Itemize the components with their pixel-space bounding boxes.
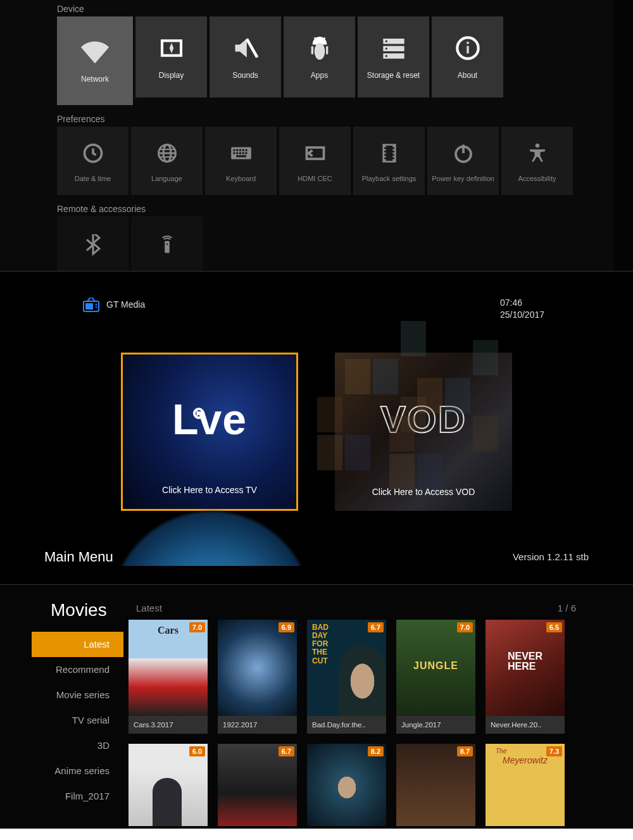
power-icon bbox=[449, 139, 477, 167]
settings-panel: Device Network Display Sounds Apps bbox=[0, 0, 633, 271]
svg-rect-29 bbox=[239, 152, 241, 154]
android-icon bbox=[306, 34, 334, 62]
hdmi-icon bbox=[301, 139, 329, 167]
time-text: 07:46 bbox=[500, 297, 544, 309]
tile-storage[interactable]: Storage & reset bbox=[358, 16, 429, 97]
svg-rect-23 bbox=[236, 149, 238, 151]
svg-point-11 bbox=[385, 55, 387, 57]
tile-label: Sounds bbox=[232, 71, 258, 80]
svg-point-53 bbox=[96, 306, 97, 308]
sidebar-item-3d[interactable]: 3D bbox=[32, 733, 123, 758]
tile-network[interactable]: Network bbox=[57, 16, 133, 105]
svg-rect-14 bbox=[467, 42, 468, 44]
svg-point-9 bbox=[385, 41, 387, 42]
sidebar-item-film-2017[interactable]: Film_2017 bbox=[32, 784, 123, 809]
rating-badge: 6.7 bbox=[279, 746, 294, 756]
tile-label: Storage & reset bbox=[367, 71, 420, 80]
svg-rect-39 bbox=[383, 159, 385, 161]
sidebar-item-tv-serial[interactable]: TV serial bbox=[32, 708, 123, 733]
poster-item[interactable]: 6.0 bbox=[128, 744, 208, 826]
globe-icon bbox=[153, 139, 181, 167]
rating-badge: 7.0 bbox=[457, 622, 473, 632]
poster-title: Bad.Day.for.the.. bbox=[307, 716, 386, 734]
svg-rect-43 bbox=[392, 156, 395, 158]
clock-icon bbox=[79, 139, 107, 167]
svg-rect-48 bbox=[165, 241, 170, 253]
media-header: GT Media 07:46 25/10/2017 bbox=[44, 297, 589, 321]
storage-icon bbox=[380, 34, 408, 62]
tile-label: HDMI CEC bbox=[298, 175, 332, 182]
tile-label: Accessibility bbox=[518, 175, 556, 182]
sidebar-item-latest[interactable]: Latest bbox=[32, 632, 123, 657]
tile-label: Language bbox=[151, 175, 182, 182]
poster-item[interactable]: 8.7 bbox=[396, 744, 475, 826]
preferences-section-label: Preferences bbox=[57, 114, 633, 124]
movies-sidebar: Movies Latest Recommend Movie series TV … bbox=[0, 603, 123, 829]
tile-accessibility[interactable]: Accessibility bbox=[501, 127, 573, 195]
poster-item[interactable]: 6.7 Bad.Day.for.the.. bbox=[307, 620, 386, 734]
rating-badge: 6.5 bbox=[546, 622, 562, 632]
sidebar-item-recommend[interactable]: Recommend bbox=[32, 657, 123, 682]
film-icon bbox=[375, 139, 403, 167]
poster-item[interactable]: 7.3 bbox=[486, 744, 565, 826]
tile-display[interactable]: Display bbox=[135, 16, 207, 97]
tile-apps[interactable]: Apps bbox=[284, 16, 355, 97]
poster-art bbox=[128, 620, 208, 716]
svg-rect-22 bbox=[233, 149, 235, 151]
remote-section-label: Remote & accessories bbox=[57, 204, 633, 214]
tile-power-key[interactable]: Power key definition bbox=[427, 127, 499, 195]
svg-point-47 bbox=[535, 144, 539, 148]
poster-art bbox=[307, 620, 386, 716]
poster-title: Cars.3.2017 bbox=[128, 716, 208, 734]
tile-label: About bbox=[458, 71, 477, 80]
remote-icon bbox=[153, 231, 181, 259]
tile-sounds[interactable]: Sounds bbox=[210, 16, 281, 97]
device-section-label: Device bbox=[57, 4, 633, 14]
poster-title: 1922.2017 bbox=[218, 716, 297, 734]
movies-title: Movies bbox=[51, 600, 123, 620]
date-text: 25/10/2017 bbox=[500, 309, 544, 321]
tile-label: Date & time bbox=[75, 175, 111, 182]
tile-hdmi-cec[interactable]: HDMI CEC bbox=[279, 127, 351, 195]
svg-point-3 bbox=[314, 43, 325, 60]
tile-remote[interactable] bbox=[131, 216, 203, 271]
svg-point-49 bbox=[166, 244, 168, 246]
svg-rect-24 bbox=[239, 149, 241, 151]
tile-language[interactable]: Language bbox=[131, 127, 203, 195]
sidebar-item-movie-series[interactable]: Movie series bbox=[32, 682, 123, 708]
svg-rect-40 bbox=[392, 146, 395, 147]
sidebar-item-anime[interactable]: Anime series bbox=[32, 758, 123, 784]
rating-badge: 7.3 bbox=[546, 746, 562, 756]
poster-item[interactable]: 7.0 Jungle.2017 bbox=[396, 620, 475, 734]
vod-card[interactable]: VOD Click Here to Access VOD bbox=[335, 353, 512, 511]
tv-icon bbox=[82, 297, 100, 312]
rating-badge: 7.0 bbox=[189, 622, 205, 632]
poster-title: Never.Here.20.. bbox=[486, 716, 565, 734]
app-logo: GT Media bbox=[82, 297, 145, 312]
tile-about[interactable]: About bbox=[432, 16, 503, 97]
poster-item[interactable]: 6.9 1922.2017 bbox=[218, 620, 297, 734]
clock: 07:46 25/10/2017 bbox=[500, 297, 544, 321]
poster-item[interactable]: 7.0 Cars.3.2017 bbox=[128, 620, 208, 734]
svg-rect-41 bbox=[392, 149, 395, 151]
poster-item[interactable]: 6.7 bbox=[218, 744, 297, 826]
live-tv-card[interactable]: Lve Click Here to Access TV bbox=[121, 353, 298, 511]
device-row: Network Display Sounds Apps Storage & re… bbox=[57, 16, 633, 105]
live-word: Lve bbox=[172, 394, 247, 444]
tile-bluetooth[interactable] bbox=[57, 216, 128, 271]
poster-row-2: 6.0 6.7 8.2 8.7 7.3 bbox=[123, 744, 633, 826]
vod-word: VOD bbox=[380, 397, 467, 441]
tile-label: Apps bbox=[311, 71, 328, 80]
poster-item[interactable]: 6.5 Never.Here.20.. bbox=[486, 620, 565, 734]
tile-label: Power key definition bbox=[432, 175, 494, 182]
poster-art bbox=[396, 620, 475, 716]
svg-rect-30 bbox=[242, 152, 244, 154]
poster-item[interactable]: 8.2 bbox=[307, 744, 386, 826]
app-name: GT Media bbox=[106, 299, 145, 310]
svg-rect-38 bbox=[383, 156, 385, 158]
tile-keyboard[interactable]: Keyboard bbox=[205, 127, 277, 195]
tile-datetime[interactable]: Date & time bbox=[57, 127, 128, 195]
svg-rect-4 bbox=[311, 46, 313, 54]
svg-rect-37 bbox=[383, 153, 385, 154]
tile-playback[interactable]: Playback settings bbox=[353, 127, 425, 195]
